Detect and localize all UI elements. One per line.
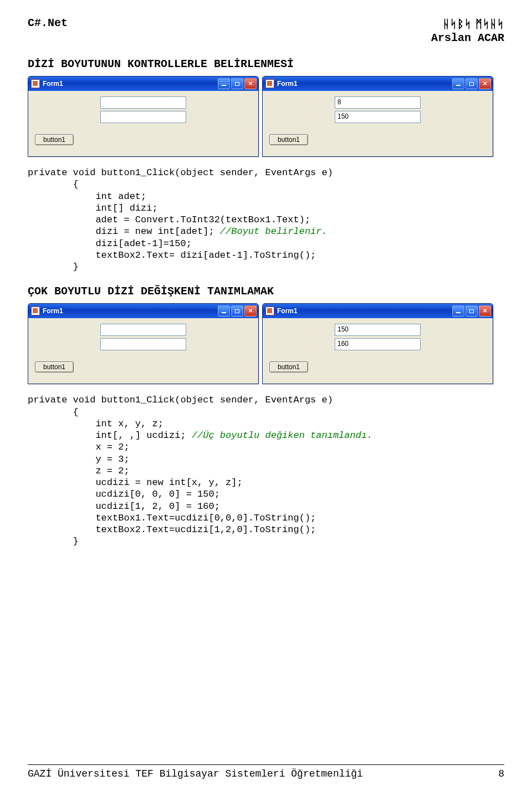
titlebar-text: Form1 <box>43 80 218 88</box>
code-comment: //Boyut belirlenir. <box>220 226 328 237</box>
textbox-2[interactable] <box>100 338 186 350</box>
code-line: textBox2.Text= dizi[adet-1].ToString(); <box>28 250 316 261</box>
code-line: dizi = new int[adet]; <box>28 226 220 237</box>
titlebar[interactable]: Form1 <box>263 76 493 91</box>
app-icon <box>265 307 274 315</box>
titlebar[interactable]: Form1 <box>28 76 258 91</box>
code-line: private void button1_Click(object sender… <box>28 167 333 178</box>
page: C#.Net ᚺᛋᛒᛋ ᛗᛋᚺᛋ Arslan ACAR DİZİ BOYUTU… <box>0 0 532 796</box>
code-line: ucdizi[0, 0, 0] = 150; <box>28 489 220 499</box>
code-line: z = 2; <box>28 466 130 476</box>
page-number: 8 <box>498 768 504 779</box>
code-line: int[] dizi; <box>28 203 158 213</box>
textbox-2[interactable]: 150 <box>335 111 421 123</box>
section-title-1: DİZİ BOYUTUNUN KONTROLLERLE BELİRLENMESİ <box>28 58 504 70</box>
winform-c: Form1 button1 <box>28 303 259 384</box>
maximize-button[interactable] <box>466 78 478 89</box>
titlebar-text: Form1 <box>277 80 452 88</box>
textbox-1[interactable]: 150 <box>335 324 421 336</box>
window-buttons <box>452 305 491 317</box>
winform-a: Form1 button1 <box>28 76 259 157</box>
header-stylized: ᚺᛋᛒᛋ ᛗᛋᚺᛋ <box>431 17 504 31</box>
window-buttons <box>218 78 257 89</box>
code-line: dizi[adet-1]=150; <box>28 238 192 249</box>
page-header: C#.Net ᚺᛋᛒᛋ ᛗᛋᚺᛋ Arslan ACAR <box>28 17 504 45</box>
minimize-button[interactable] <box>218 78 230 89</box>
close-button[interactable] <box>479 78 491 89</box>
client-area: 8 150 button1 <box>263 91 493 156</box>
code-block-1: private void button1_Click(object sender… <box>28 167 504 273</box>
header-right: ᚺᛋᛒᛋ ᛗᛋᚺᛋ Arslan ACAR <box>431 17 504 45</box>
code-line: int[, ,] ucdizi; <box>28 430 192 441</box>
maximize-button[interactable] <box>466 305 478 317</box>
code-line: } <box>28 536 79 547</box>
client-area: button1 <box>28 318 258 384</box>
code-line: adet = Convert.ToInt32(textBox1.Text); <box>28 215 310 225</box>
button1[interactable]: button1 <box>269 134 308 145</box>
code-line: int adet; <box>28 191 146 202</box>
footer-divider <box>28 764 504 765</box>
winform-b: Form1 8 150 button1 <box>262 76 493 157</box>
footer-row: GAZİ Üniversitesi TEF Bilgisayar Sisteml… <box>28 768 504 779</box>
forms-row-1: Form1 button1 Form1 <box>28 76 504 157</box>
textbox-2[interactable] <box>100 111 186 123</box>
button1[interactable]: button1 <box>35 361 74 373</box>
client-area: 150 160 button1 <box>263 318 493 384</box>
maximize-button[interactable] <box>231 78 243 89</box>
titlebar-text: Form1 <box>277 307 452 315</box>
header-left: C#.Net <box>28 17 68 29</box>
forms-row-2: Form1 button1 Form1 <box>28 303 504 384</box>
close-button[interactable] <box>244 78 257 89</box>
window-buttons <box>218 305 257 317</box>
titlebar[interactable]: Form1 <box>263 304 493 318</box>
section-title-2: ÇOK BOYUTLU DİZİ DEĞİŞKENİ TANIMLAMAK <box>28 285 504 298</box>
code-line: y = 3; <box>28 454 130 465</box>
winform-d: Form1 150 160 button1 <box>262 303 493 384</box>
code-line: ucdizi = new int[x, y, z]; <box>28 477 243 488</box>
code-comment: //Üç boyutlu değiken tanımlandı. <box>192 430 372 441</box>
close-button[interactable] <box>244 305 257 317</box>
minimize-button[interactable] <box>452 305 464 317</box>
titlebar[interactable]: Form1 <box>28 304 258 318</box>
footer-text: GAZİ Üniversitesi TEF Bilgisayar Sisteml… <box>28 768 363 779</box>
code-line: { <box>28 407 79 417</box>
code-line: int x, y, z; <box>28 419 163 429</box>
page-footer: GAZİ Üniversitesi TEF Bilgisayar Sisteml… <box>28 764 504 779</box>
code-line: textBox2.Text=ucdizi[1,2,0].ToString(); <box>28 524 316 535</box>
header-author: Arslan ACAR <box>431 31 504 45</box>
code-line: { <box>28 179 79 190</box>
code-line: textBox1.Text=ucdizi[0,0,0].ToString(); <box>28 513 316 523</box>
code-block-2: private void button1_Click(object sender… <box>28 394 504 547</box>
textbox-1[interactable] <box>100 324 186 336</box>
button1[interactable]: button1 <box>35 134 74 145</box>
textbox-2[interactable]: 160 <box>335 338 421 350</box>
app-icon <box>31 307 40 315</box>
close-button[interactable] <box>479 305 491 317</box>
textbox-1[interactable] <box>100 96 186 109</box>
app-icon <box>31 79 40 88</box>
client-area: button1 <box>28 91 258 156</box>
textbox-1[interactable]: 8 <box>335 96 421 109</box>
code-line: x = 2; <box>28 442 130 452</box>
maximize-button[interactable] <box>231 305 243 317</box>
minimize-button[interactable] <box>452 78 464 89</box>
code-line: private void button1_Click(object sender… <box>28 395 333 405</box>
minimize-button[interactable] <box>218 305 230 317</box>
code-line: ucdizi[1, 2, 0] = 160; <box>28 501 220 512</box>
code-line: } <box>28 262 79 272</box>
button1[interactable]: button1 <box>269 361 308 373</box>
titlebar-text: Form1 <box>43 307 218 315</box>
window-buttons <box>452 78 491 89</box>
app-icon <box>265 79 274 88</box>
